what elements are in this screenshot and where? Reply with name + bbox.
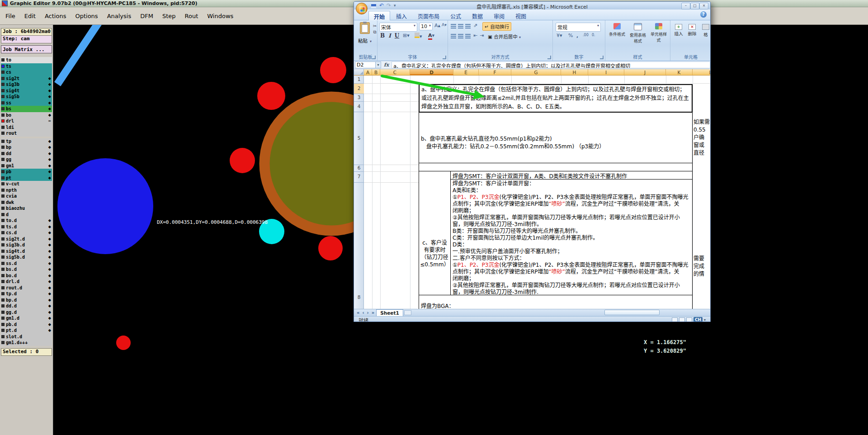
layer-color-chip[interactable]: [1, 71, 5, 74]
layer-row-cs.d[interactable]: cs.d◆: [1, 230, 52, 236]
column-header-G[interactable]: G: [511, 69, 561, 75]
number-format-select[interactable]: ▾ 常规: [556, 23, 601, 32]
layer-color-chip[interactable]: [1, 170, 5, 173]
layer-row-pb.d[interactable]: pb.d◆: [1, 322, 52, 328]
pad-blue-large[interactable]: [57, 158, 153, 254]
cell-empty-row[interactable]: [419, 163, 693, 171]
column-header-L[interactable]: L: [693, 69, 711, 75]
layer-row-gg[interactable]: gg◆: [1, 156, 52, 163]
column-header-A[interactable]: A: [364, 69, 372, 75]
cell-c-section[interactable]: c、客户没有要求时（钻刀刀径≤0.5mm） 焊盘为SMT：客户设计双面开窗，A类…: [419, 171, 693, 295]
layer-row-drl.d[interactable]: drl.d◆: [1, 279, 52, 285]
layer-row-pt.d[interactable]: pt.d◆: [1, 327, 52, 334]
layer-color-chip[interactable]: [1, 164, 5, 167]
underline-button[interactable]: U: [394, 33, 400, 39]
layer-row-gm1[interactable]: gm1◆: [1, 163, 52, 169]
layer-color-chip[interactable]: [1, 329, 5, 332]
layer-row-pt[interactable]: pt◆: [1, 175, 52, 181]
orientation-icon[interactable]: ⇗: [473, 23, 477, 28]
layer-row-bo[interactable]: bo◆: [1, 112, 52, 118]
formula-input[interactable]: a、盘中孔定义：孔完全在焊盘（包括但不限于方、圆焊盘）上到内切；以及过孔孔壁与焊…: [392, 61, 710, 68]
cell-smt-single-window[interactable]: 焊盘为SMT：客户设计单面开窗：A类和E类：①P1、P2、P3沉金(化学镍钯金)…: [451, 180, 692, 296]
menu-edit[interactable]: Edit: [20, 11, 40, 21]
layer-color-chip[interactable]: [1, 225, 5, 228]
italic-button[interactable]: I: [387, 33, 393, 39]
layer-color-chip[interactable]: [1, 194, 5, 198]
font-name-select[interactable]: ▾ 宋体: [379, 23, 417, 32]
copy-icon[interactable]: ⧉: [372, 29, 377, 35]
layer-color-chip[interactable]: [1, 250, 5, 253]
cell-a-definition[interactable]: a、盘中孔定义：孔完全在焊盘（包括但不限于方、圆焊盘）上到内切；以及过孔孔壁与焊…: [419, 84, 693, 113]
column-header-I[interactable]: I: [588, 69, 624, 75]
layer-color-chip[interactable]: [1, 176, 5, 180]
currency-icon[interactable]: ¥▾: [557, 33, 562, 38]
align-center-icon[interactable]: [458, 34, 463, 38]
font-color-icon[interactable]: A▾: [428, 33, 434, 38]
page-break-view-icon[interactable]: [686, 317, 692, 322]
horizontal-scrollbar-thumb[interactable]: [604, 310, 660, 315]
layer-row-rout.d[interactable]: rout.d◆: [1, 285, 52, 291]
row-header-8[interactable]: 8: [354, 294, 364, 301]
format-cells-button[interactable]: 格: [699, 24, 711, 38]
layer-row-d[interactable]: d: [1, 212, 52, 218]
menu-actions[interactable]: Actions: [40, 11, 71, 21]
layer-row-npth[interactable]: npth: [1, 187, 52, 194]
layer-row-drl[interactable]: drl≡: [1, 118, 52, 124]
layer-color-chip[interactable]: [1, 207, 5, 210]
row-header-4[interactable]: 4: [354, 104, 364, 110]
layer-row-tp[interactable]: tp◆: [1, 138, 52, 145]
pad-red-2[interactable]: [320, 57, 346, 83]
align-right-icon[interactable]: [465, 34, 471, 38]
sheet-nav-last-icon[interactable]: »: [371, 310, 375, 315]
chevron-down-icon[interactable]: ▾: [704, 318, 706, 322]
layer-color-chip[interactable]: [1, 286, 5, 289]
layer-row-tp.d[interactable]: tp.d◆: [1, 291, 52, 297]
qat-dropdown-icon[interactable]: ▾: [394, 3, 396, 8]
layer-row-dd.d[interactable]: dd.d◆: [1, 303, 52, 309]
worksheet-grid[interactable]: a、盘中孔定义：孔完全在焊盘（包括但不限于方、圆焊盘）上到内切；以及过孔孔壁与焊…: [354, 76, 710, 309]
menu-analysis[interactable]: Analysis: [103, 11, 136, 21]
row-header-3[interactable]: 3: [354, 95, 364, 101]
layer-color-chip[interactable]: [1, 213, 5, 216]
layer-row-gm1.d[interactable]: gm1.d◆: [1, 315, 52, 322]
layer-row-rout[interactable]: rout: [1, 130, 52, 137]
layer-row-sig4t[interactable]: sig4t◆: [1, 88, 52, 94]
row-header-2[interactable]: 2: [354, 85, 364, 92]
layer-row-sig2t.d[interactable]: sig2t.d◆: [1, 236, 52, 242]
row-header-7[interactable]: 7: [354, 174, 364, 180]
layer-color-chip[interactable]: [1, 262, 5, 265]
bold-button[interactable]: B: [379, 33, 386, 39]
language-badge[interactable]: CH: [693, 317, 703, 322]
layer-color-chip[interactable]: [1, 132, 5, 135]
layer-row-bs.d[interactable]: bs.d◆: [1, 266, 52, 273]
layer-row-v-cut[interactable]: v-cut: [1, 181, 52, 187]
borders-icon[interactable]: ⊞▾: [403, 33, 410, 38]
column-header-D[interactable]: D: [410, 69, 453, 75]
column-header-K[interactable]: K: [666, 69, 693, 75]
dialog-launcher-icon[interactable]: [372, 56, 376, 59]
layer-row-pb[interactable]: pb◆: [1, 169, 52, 175]
layer-color-chip[interactable]: [1, 77, 5, 80]
name-box[interactable]: D2: [355, 61, 376, 68]
pad-red-1[interactable]: [257, 82, 285, 110]
increase-decimal-icon[interactable]: .00: [583, 33, 589, 37]
layer-row-sig4t.d[interactable]: sig4t.d◆: [1, 248, 52, 255]
delete-cells-button[interactable]: × 删除: [686, 24, 698, 37]
layer-color-chip[interactable]: [1, 189, 5, 192]
layer-color-chip[interactable]: [1, 95, 5, 98]
layer-color-chip[interactable]: [1, 268, 5, 271]
layer-row-sig3b[interactable]: sig3b◆: [1, 81, 52, 88]
pad-red-3[interactable]: [230, 148, 255, 173]
comma-icon[interactable]: ,: [576, 33, 578, 38]
cell-b-capability[interactable]: b、盘中孔塞孔最大钻孔直径为0.55mm(p1和p2能力) 盘中孔塞孔能力：钻孔…: [419, 113, 693, 163]
paste-button[interactable]: 粘贴 ▾: [357, 22, 373, 50]
dialog-launcher-icon[interactable]: [600, 56, 604, 59]
fill-color-icon[interactable]: ▾: [415, 33, 422, 39]
layer-row-ss.d[interactable]: ss.d◆: [1, 260, 52, 267]
layer-color-chip[interactable]: [1, 140, 5, 143]
pad-red-4[interactable]: [318, 236, 343, 260]
align-top-icon[interactable]: [451, 24, 456, 28]
normal-view-icon[interactable]: [672, 317, 678, 322]
layer-row-bs[interactable]: bs◆: [1, 106, 52, 112]
sheet-nav-prev-icon[interactable]: ‹: [361, 310, 365, 315]
